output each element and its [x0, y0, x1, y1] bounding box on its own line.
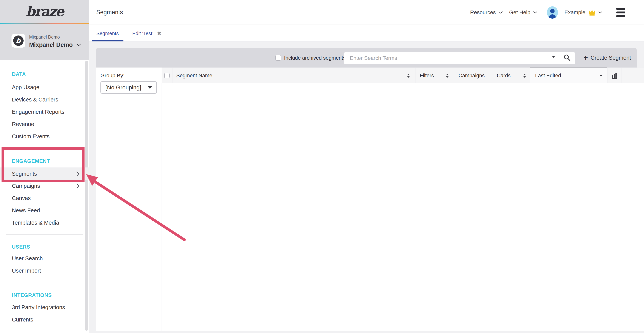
page-title: Segments — [96, 9, 123, 16]
sort-icon[interactable] — [446, 74, 449, 78]
sidebar-item-templates-media[interactable]: Templates & Media — [0, 217, 89, 229]
resources-label: Resources — [470, 10, 496, 16]
sidebar-divider — [6, 282, 83, 282]
sort-icon[interactable] — [407, 74, 410, 78]
braze-logo: braze — [0, 4, 89, 19]
campaigns-header: Campaigns — [458, 73, 485, 79]
active-tab-underline — [92, 40, 124, 42]
column-analytics[interactable] — [608, 68, 621, 83]
tab-segments[interactable]: Segments — [92, 25, 124, 42]
chevron-right-icon — [76, 183, 79, 189]
workspace-name: Mixpanel Demo — [29, 42, 73, 48]
create-segment-button[interactable]: + Create Segment — [584, 48, 631, 68]
top-nav: Resources Get Help Example — [470, 0, 625, 25]
sidebar-item-user-search[interactable]: User Search — [0, 252, 89, 264]
sidebar-item-currents[interactable]: Currents — [0, 314, 89, 325]
content-bottom-border — [96, 331, 644, 331]
column-filters[interactable]: Filters — [416, 68, 454, 83]
group-by-panel: Group By: [No Grouping] — [96, 68, 162, 331]
filters-header: Filters — [420, 73, 434, 79]
group-by-value: [No Grouping] — [106, 84, 141, 91]
braze-app-icon: b — [13, 36, 24, 46]
sidebar-item-user-import[interactable]: User Import — [0, 265, 89, 277]
bar-chart-icon — [611, 72, 618, 79]
user-menu[interactable]: Example — [564, 9, 602, 16]
include-archived-label: Include archived segments — [284, 55, 346, 61]
column-campaigns[interactable]: Campaigns — [454, 68, 492, 83]
user-avatar[interactable] — [547, 6, 558, 19]
section-heading-integrations: INTEGRATIONS — [12, 292, 52, 298]
sidebar-divider — [6, 234, 83, 235]
plus-icon: + — [584, 54, 588, 61]
sidebar-item-custom-events[interactable]: Custom Events — [0, 130, 89, 142]
toolbar-divider — [580, 50, 580, 66]
section-heading-engagement: ENGAGEMENT — [12, 158, 50, 164]
search-icon[interactable] — [564, 54, 571, 61]
crown-icon — [588, 9, 596, 16]
user-name: Example — [564, 10, 585, 16]
sidebar-item-devices-carriers[interactable]: Devices & Carriers — [0, 94, 89, 106]
sidebar-item-segments[interactable]: Segments — [0, 167, 89, 180]
search-dropdown-caret-icon[interactable] — [552, 56, 556, 58]
sidebar-item-app-usage[interactable]: App Usage — [0, 81, 89, 93]
sort-desc-icon[interactable] — [599, 75, 603, 77]
workspace-app-icon[interactable]: b — [12, 34, 25, 48]
dropdown-triangle-icon — [148, 86, 152, 89]
sidebar-item-news-feed[interactable]: News Feed — [0, 204, 89, 216]
segments-toolbar: Include archived segments + Create Segme… — [96, 48, 637, 68]
sidebar-header: braze b Mixpanel Demo Mixpanel Demo — [0, 0, 89, 60]
get-help-label: Get Help — [509, 10, 530, 16]
select-all-cell — [162, 68, 172, 83]
group-by-dropdown[interactable]: [No Grouping] — [100, 81, 157, 94]
chevron-down-icon — [498, 11, 503, 14]
tab-edit-test[interactable]: Edit 'Test' ✖ — [132, 25, 161, 42]
tab-bar: Segments Edit 'Test' ✖ — [89, 25, 644, 42]
chevron-down-icon — [76, 44, 81, 46]
workspace-selector[interactable]: Mixpanel Demo — [29, 42, 81, 48]
resources-menu[interactable]: Resources — [470, 10, 503, 16]
sidebar-item-revenue[interactable]: Revenue — [0, 118, 89, 130]
column-segment-name[interactable]: Segment Name — [173, 68, 415, 83]
column-filler — [622, 68, 644, 83]
sidebar: braze b Mixpanel Demo Mixpanel Demo DATA… — [0, 0, 89, 333]
segments-table-body — [162, 83, 644, 331]
chevron-right-icon — [76, 171, 79, 176]
column-cards[interactable]: Cards — [492, 68, 530, 83]
segment-name-header: Segment Name — [176, 73, 212, 79]
workspace-group-label: Mixpanel Demo — [29, 35, 60, 40]
sidebar-item-canvas[interactable]: Canvas — [0, 192, 89, 204]
tab-edit-test-label: Edit 'Test' — [132, 31, 153, 37]
sidebar-item-3rd-party-integrations[interactable]: 3rd Party Integrations — [0, 301, 89, 313]
include-archived-checkbox[interactable] — [276, 55, 281, 61]
select-all-checkbox[interactable] — [164, 73, 170, 78]
column-last-edited[interactable]: Last Edited — [530, 68, 608, 83]
create-segment-label: Create Segment — [590, 55, 631, 61]
section-heading-data: DATA — [12, 71, 26, 77]
section-heading-users: USERS — [12, 244, 30, 250]
hamburger-menu-icon[interactable] — [616, 8, 625, 17]
last-edited-header: Last Edited — [535, 73, 561, 79]
sort-icon[interactable] — [523, 74, 526, 78]
group-by-label: Group By: — [100, 73, 124, 79]
brand-gradient-divider — [0, 24, 89, 24]
close-tab-icon[interactable]: ✖ — [157, 31, 162, 37]
get-help-menu[interactable]: Get Help — [509, 10, 538, 16]
chevron-down-icon — [533, 11, 537, 14]
sidebar-item-campaigns[interactable]: Campaigns — [0, 180, 89, 192]
cards-header: Cards — [497, 73, 510, 79]
sidebar-item-engagement-reports[interactable]: Engagement Reports — [0, 106, 89, 118]
top-bar: Segments Resources Get Help — [89, 0, 644, 25]
search-input[interactable] — [344, 52, 575, 64]
chevron-down-icon — [598, 11, 602, 14]
